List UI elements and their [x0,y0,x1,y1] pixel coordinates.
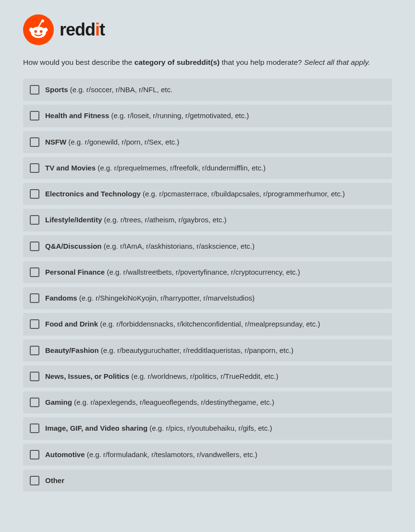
option-row[interactable]: Health and Fitness (e.g. r/loseit, r/run… [23,105,392,127]
option-label: Fandoms (e.g. r/ShingekiNoKyojin, r/harr… [45,293,255,303]
options-list: Sports (e.g. r/soccer, r/NBA, r/NFL, etc… [23,79,392,492]
option-example: (e.g. r/worldnews, r/politics, r/TrueRed… [129,372,278,380]
svg-line-0 [38,21,42,27]
checkbox[interactable] [30,137,39,147]
checkbox[interactable] [30,372,39,381]
option-row[interactable]: Personal Finance (e.g. r/wallstreetbets,… [23,261,392,283]
checkbox[interactable] [30,476,39,485]
option-row[interactable]: NSFW (e.g. r/gonewild, r/porn, r/Sex, et… [23,131,392,153]
checkbox[interactable] [30,85,39,95]
option-row[interactable]: Other [23,470,392,492]
option-title: News, Issues, or Politics [45,372,129,380]
checkbox[interactable] [30,423,39,433]
option-row[interactable]: Automotive (e.g. r/formuladank, r/teslam… [23,444,392,466]
option-example: (e.g. r/IAmA, r/askhistorians, r/askscie… [102,242,255,250]
option-example: (e.g. r/pcmasterrace, r/buildapcsales, r… [141,190,345,198]
checkbox[interactable] [30,242,39,251]
checkbox[interactable] [30,319,39,329]
option-label: Health and Fitness (e.g. r/loseit, r/run… [45,111,249,121]
checkbox[interactable] [30,346,39,355]
option-title: Q&A/Discussion [45,242,102,250]
option-title: Electronics and Technology [45,190,141,198]
checkbox[interactable] [30,111,39,121]
option-title: TV and Movies [45,164,96,172]
option-label: News, Issues, or Politics (e.g. r/worldn… [45,372,278,381]
checkbox[interactable] [30,215,39,225]
option-label: Personal Finance (e.g. r/wallstreetbets,… [45,267,300,277]
option-title: Sports [45,85,68,94]
svg-point-6 [40,30,43,33]
svg-point-1 [41,19,44,22]
svg-point-3 [29,28,34,32]
checkbox[interactable] [30,450,39,459]
option-title: Personal Finance [45,268,105,276]
logo-row: reddit [23,14,392,45]
option-label: Other [45,476,64,485]
option-title: Food and Drink [45,320,98,328]
option-label: Q&A/Discussion (e.g. r/IAmA, r/askhistor… [45,242,255,251]
option-row[interactable]: Food and Drink (e.g. r/forbiddensnacks, … [23,313,392,335]
option-title: Other [45,476,64,484]
option-label: Electronics and Technology (e.g. r/pcmas… [45,189,345,199]
option-label: TV and Movies (e.g. r/prequelmemes, r/fr… [45,163,266,173]
checkbox[interactable] [30,189,39,199]
svg-point-4 [44,28,48,32]
option-label: Sports (e.g. r/soccer, r/NBA, r/NFL, etc… [45,85,172,95]
option-row[interactable]: TV and Movies (e.g. r/prequelmemes, r/fr… [23,157,392,179]
checkbox[interactable] [30,293,39,303]
option-example: (e.g. r/loseit, r/running, r/getmotivate… [109,111,249,120]
option-title: Lifestyle/Identity [45,216,102,224]
option-row[interactable]: Beauty/Fashion (e.g. r/beautyguruchatter… [23,339,392,362]
option-row[interactable]: Image, GIF, and Video sharing (e.g. r/pi… [23,417,392,439]
option-example: (e.g. r/wallstreetbets, r/povertyfinance… [105,268,300,276]
option-example: (e.g. r/beautyguruchatter, r/redditlaque… [99,346,293,354]
option-row[interactable]: Electronics and Technology (e.g. r/pcmas… [23,183,392,205]
option-label: Image, GIF, and Video sharing (e.g. r/pi… [45,423,272,433]
option-example: (e.g. r/soccer, r/NBA, r/NFL, etc. [68,85,173,94]
option-row[interactable]: Q&A/Discussion (e.g. r/IAmA, r/askhistor… [23,235,392,257]
option-example: (e.g. r/prequelmemes, r/freefolk, r/dund… [96,164,266,172]
svg-point-2 [31,26,46,38]
option-example: (e.g. r/pics, r/youtubehaiku, r/gifs, et… [147,424,272,432]
option-title: Automotive [45,450,85,459]
option-example: (e.g. r/apexlegends, r/leagueoflegends, … [72,398,274,406]
reddit-wordmark: reddit [60,20,105,40]
option-example: (e.g. r/forbiddensnacks, r/kitchenconfid… [98,320,320,328]
option-row[interactable]: Fandoms (e.g. r/ShingekiNoKyojin, r/harr… [23,287,392,309]
option-label: Beauty/Fashion (e.g. r/beautyguruchatter… [45,346,293,355]
option-example: (e.g. r/trees, r/atheism, r/gaybros, etc… [102,216,226,224]
option-label: Automotive (e.g. r/formuladank, r/teslam… [45,450,257,459]
checkbox[interactable] [30,398,39,407]
option-example: (e.g. r/gonewild, r/porn, r/Sex, etc.) [66,138,179,146]
survey-page: reddit How would you best describe the c… [0,0,415,511]
option-title: Gaming [45,398,72,406]
question-text: How would you best describe the category… [23,57,392,68]
option-row[interactable]: Sports (e.g. r/soccer, r/NBA, r/NFL, etc… [23,79,392,101]
option-label: NSFW (e.g. r/gonewild, r/porn, r/Sex, et… [45,137,179,147]
option-label: Gaming (e.g. r/apexlegends, r/leagueofle… [45,398,274,407]
checkbox[interactable] [30,267,39,277]
reddit-logo-icon [23,14,54,45]
option-title: Fandoms [45,294,77,302]
option-example: (e.g. r/formuladank, r/teslamotors, r/va… [85,450,257,459]
svg-point-5 [34,30,37,33]
option-row[interactable]: Lifestyle/Identity (e.g. r/trees, r/athe… [23,209,392,231]
option-title: Beauty/Fashion [45,346,99,354]
option-row[interactable]: News, Issues, or Politics (e.g. r/worldn… [23,365,392,387]
option-title: Image, GIF, and Video sharing [45,424,147,432]
option-title: NSFW [45,138,66,146]
option-label: Food and Drink (e.g. r/forbiddensnacks, … [45,319,320,329]
option-label: Lifestyle/Identity (e.g. r/trees, r/athe… [45,215,227,225]
option-title: Health and Fitness [45,111,109,120]
checkbox[interactable] [30,163,39,173]
option-example: (e.g. r/ShingekiNoKyojin, r/harrypotter,… [77,294,255,302]
option-row[interactable]: Gaming (e.g. r/apexlegends, r/leagueofle… [23,391,392,413]
